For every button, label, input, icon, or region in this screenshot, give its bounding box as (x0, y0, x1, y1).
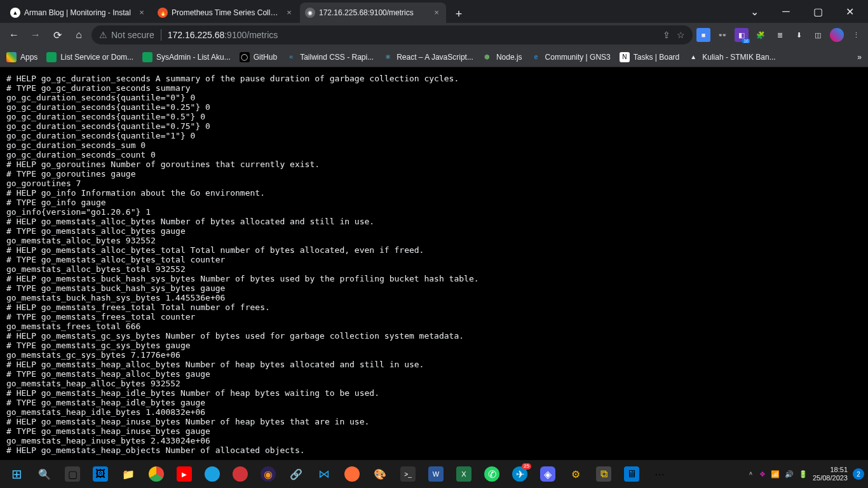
putty-button[interactable]: ⧉ (591, 462, 616, 486)
bookmark-item[interactable]: NTasks | Board (620, 52, 679, 62)
whatsapp-button[interactable]: ✆ (479, 462, 505, 486)
extensions-icon[interactable]: 🧩 (754, 28, 768, 42)
bookmark-item[interactable]: SysAdmin - List Aku... (142, 52, 231, 62)
bookmark-label: Tasks | Board (634, 53, 679, 62)
search-icon: 🔍 (37, 466, 52, 482)
taskbar-app[interactable]: 🖼 (88, 462, 113, 486)
bookmarks-overflow-icon[interactable]: » (857, 53, 862, 62)
tab-title: 172.16.225.68:9100/metrics (319, 8, 428, 17)
taskbar-app[interactable] (227, 462, 253, 486)
search-button[interactable]: 🔍 (32, 462, 57, 486)
terminal-button[interactable]: >_ (395, 462, 421, 486)
new-tab-button[interactable]: + (450, 5, 468, 23)
vscode-button[interactable]: ⋈ (311, 462, 337, 486)
home-button[interactable]: ⌂ (70, 26, 88, 44)
tray-chevron-icon[interactable]: ＾ (747, 470, 754, 479)
tab-bar: ▲ Arman Blog | Monitoring - Instal × 🔥 P… (0, 0, 868, 23)
browser-tab[interactable]: ▲ Arman Blog | Monitoring - Instal × (5, 3, 151, 23)
wifi-icon[interactable]: 📶 (771, 470, 780, 478)
extension-icon[interactable]: ◧16 (735, 28, 749, 42)
tab-favicon-icon: 🔥 (158, 8, 168, 18)
extension-icon[interactable]: 👓 (715, 28, 729, 42)
profile-avatar[interactable] (830, 28, 844, 42)
postman-button[interactable] (339, 462, 365, 486)
notification-badge[interactable]: 2 (853, 468, 864, 480)
date-text: 25/08/2023 (813, 474, 848, 482)
browser-tab-active[interactable]: ◉ 172.16.225.68:9100/metrics × (300, 3, 446, 23)
bookmark-item[interactable]: ⚛React – A JavaScript... (383, 52, 473, 62)
excel-button[interactable]: X (451, 462, 477, 486)
more-icon: ⋯ (652, 466, 667, 482)
security-label: Not secure (111, 30, 154, 40)
gns3-icon: e (531, 52, 541, 62)
chevron-down-icon[interactable]: ⌄ (741, 2, 768, 21)
apps-shortcut[interactable]: Apps (6, 52, 37, 62)
close-icon[interactable]: × (432, 8, 441, 17)
start-button[interactable]: ⊞ (4, 462, 29, 486)
back-button[interactable]: ← (5, 26, 23, 44)
tab-favicon-icon: ▲ (10, 8, 20, 18)
volume-icon[interactable]: 🔊 (785, 470, 794, 478)
discord-button[interactable]: ◈ (535, 462, 560, 486)
app-icon (205, 466, 220, 482)
app-icon (233, 466, 248, 482)
reload-button[interactable]: ⟳ (48, 26, 66, 44)
battery-icon[interactable]: 🔋 (799, 470, 808, 478)
tab-title: Prometheus Time Series Collectio (172, 8, 281, 17)
close-icon[interactable]: × (137, 8, 146, 17)
word-icon: W (428, 466, 444, 482)
reading-list-icon[interactable]: ≣ (773, 28, 787, 42)
tray-icon[interactable]: ❖ (759, 470, 766, 478)
figma-button[interactable]: 🎨 (367, 462, 393, 486)
downloads-icon[interactable]: ⬇ (792, 28, 806, 42)
badge-count: 25 (522, 463, 531, 470)
taskbar-app[interactable]: ⚙ (563, 462, 588, 486)
word-button[interactable]: W (423, 462, 449, 486)
menu-icon[interactable]: ⋮ (849, 28, 863, 42)
tab-favicon-icon: ◉ (305, 8, 315, 18)
folder-icon: 📁 (121, 466, 136, 482)
share-icon[interactable]: ⇪ (663, 30, 670, 40)
maximize-button[interactable]: ▢ (804, 2, 831, 21)
side-panel-icon[interactable]: ◫ (811, 28, 825, 42)
task-view-button[interactable]: ▢ (60, 462, 85, 486)
telegram-button[interactable]: ✈25 (507, 462, 532, 486)
drive-icon: ▲ (688, 52, 698, 62)
bookmark-item[interactable]: ≈Tailwind CSS - Rapi... (286, 52, 374, 62)
browser-tab[interactable]: 🔥 Prometheus Time Series Collectio × (153, 3, 299, 23)
excel-icon: X (456, 466, 471, 482)
github-icon: ◯ (240, 52, 250, 62)
task-view-icon: ▢ (65, 466, 80, 482)
taskbar-app[interactable]: 🔗 (283, 462, 309, 486)
youtube-button[interactable]: ▶ (172, 462, 197, 486)
minimize-button[interactable]: ─ (773, 2, 799, 21)
taskbar-app[interactable]: 🖥 (619, 462, 644, 486)
bookmark-item[interactable]: List Service or Dom... (46, 52, 133, 62)
youtube-icon: ▶ (177, 466, 192, 482)
star-icon[interactable]: ☆ (677, 30, 685, 40)
figma-icon: 🎨 (372, 466, 388, 482)
bookmark-item[interactable]: ◯GitHub (240, 52, 277, 62)
taskbar-overflow[interactable]: ⋯ (647, 462, 672, 486)
clock[interactable]: 18:51 25/08/2023 (813, 466, 848, 482)
extension-icon[interactable]: ■ (696, 28, 710, 42)
bookmark-item[interactable]: ⬢Node.js (482, 52, 522, 62)
bookmark-label: Community | GNS3 (545, 53, 611, 62)
taskbar-app[interactable]: ◉ (255, 462, 281, 486)
forward-button[interactable]: → (27, 26, 44, 44)
file-explorer-button[interactable]: 📁 (116, 462, 141, 486)
taskbar-app[interactable] (200, 462, 225, 486)
bookmark-item[interactable]: ▲Kuliah - STMIK Ban... (688, 52, 775, 62)
bookmark-label: React – A JavaScript... (397, 53, 473, 62)
close-icon[interactable]: × (285, 8, 294, 17)
app-icon: 🖥 (624, 466, 639, 482)
bookmark-item[interactable]: eCommunity | GNS3 (531, 52, 611, 62)
page-content: # HELP go_gc_duration_seconds A summary … (0, 67, 868, 460)
window-controls: ⌄ ─ ▢ ✕ (741, 0, 868, 23)
close-button[interactable]: ✕ (836, 2, 863, 21)
address-bar[interactable]: ⚠ Not secure 172.16.225.68:9100/metrics … (92, 25, 693, 44)
discord-icon: ◈ (540, 466, 555, 482)
postman-icon (344, 466, 360, 482)
chrome-button[interactable] (144, 462, 169, 486)
security-indicator[interactable]: ⚠ Not secure (99, 30, 154, 40)
